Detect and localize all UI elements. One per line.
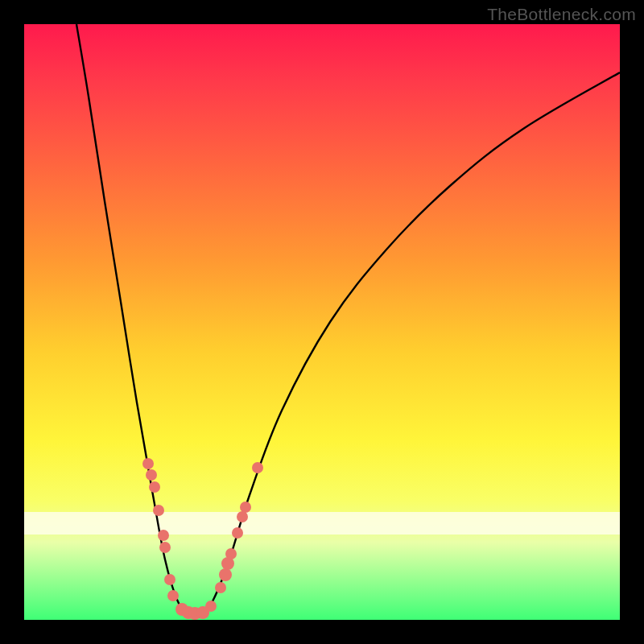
data-point — [219, 568, 232, 581]
data-point — [153, 505, 164, 516]
data-point — [159, 542, 171, 553]
data-point — [205, 601, 217, 612]
data-point — [164, 574, 175, 585]
data-point — [225, 548, 237, 559]
data-point — [232, 527, 243, 539]
data-point — [167, 590, 179, 601]
data-point-markers — [142, 458, 263, 620]
data-point — [252, 462, 263, 473]
bottleneck-curve-line — [76, 24, 620, 618]
data-point — [240, 502, 251, 513]
chart-plot-area — [24, 24, 620, 620]
chart-svg — [24, 24, 620, 620]
data-point — [142, 458, 154, 469]
data-point — [237, 511, 248, 522]
data-point — [146, 469, 157, 481]
data-point — [158, 530, 169, 541]
watermark-text: TheBottleneck.com — [487, 5, 636, 24]
data-point — [149, 481, 160, 493]
data-point — [215, 582, 226, 593]
